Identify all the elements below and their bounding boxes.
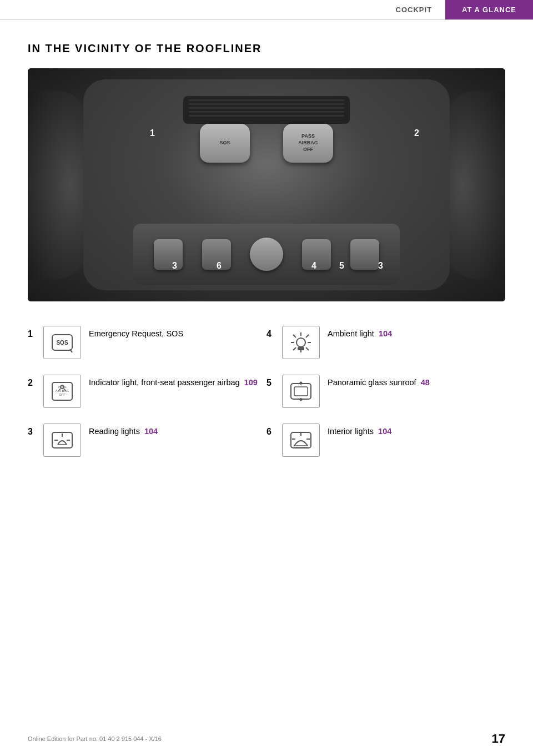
image-label-2: 2 <box>414 128 419 138</box>
image-label-4: 4 <box>311 261 316 271</box>
image-label-6: 6 <box>217 261 222 271</box>
item-3-label: Reading lights 104 <box>89 427 158 436</box>
sos-button-pod: SOS <box>200 124 250 163</box>
image-label-3a: 3 <box>172 261 177 271</box>
cockpit-tab: COCKPIT <box>383 6 446 14</box>
items-grid: 1 SOS Emergency Request, SOS 4 <box>28 318 505 465</box>
roofliner-scene: SOS PASSAIRBAGOFF 1 2 3 6 5 4 3 <box>28 68 505 301</box>
ambient-light-icon <box>282 326 320 359</box>
item-4-label: Ambient light 104 <box>328 329 392 338</box>
page-number: 17 <box>492 732 505 746</box>
main-image: SOS PASSAIRBAGOFF 1 2 3 6 5 4 3 <box>28 68 505 301</box>
at-glance-tab: AT A GLANCE <box>445 0 533 19</box>
interior-lights-icon <box>282 424 320 457</box>
button-area: SOS PASSAIRBAGOFF <box>128 124 405 163</box>
ctrl-btn-3 <box>302 239 331 270</box>
item-2-label: Indicator light, front-seat passenger ai… <box>89 378 258 387</box>
item-1-label: Emergency Request, SOS <box>89 329 183 338</box>
svg-line-8 <box>306 347 309 350</box>
svg-text:SOS: SOS <box>56 340 68 346</box>
airbag-icon: PASS AIR BAG OFF <box>43 375 81 408</box>
ctrl-btn-center <box>250 238 283 271</box>
page-content: IN THE VICINITY OF THE ROOFLINER <box>0 20 533 487</box>
item-5-label: Panoramic glass sunroof 48 <box>328 378 430 387</box>
list-item: 4 Ambient light 104 <box>266 318 505 367</box>
top-vent <box>183 96 350 124</box>
item-number-1: 1 <box>28 329 43 339</box>
vent-lines <box>183 96 350 120</box>
item-number-2: 2 <box>28 378 43 388</box>
list-item: 6 Interior lights 104 <box>266 416 505 465</box>
list-item: 2 PASS AIR BAG OFF Indicator light, fron… <box>28 367 266 416</box>
airbag-button-pod: PASSAIRBAGOFF <box>283 124 333 163</box>
ctrl-btn-4 <box>350 239 379 270</box>
list-item: 1 SOS Emergency Request, SOS <box>28 318 266 367</box>
svg-text:AIR BAG: AIR BAG <box>56 389 69 392</box>
item-number-3: 3 <box>28 427 43 437</box>
item-number-5: 5 <box>266 378 282 388</box>
item-number-4: 4 <box>266 329 282 339</box>
svg-line-7 <box>293 335 296 337</box>
svg-rect-11 <box>298 347 304 350</box>
sos-icon: SOS <box>43 326 81 359</box>
item-number-6: 6 <box>266 427 282 437</box>
side-panel-right <box>444 90 505 279</box>
section-title: IN THE VICINITY OF THE ROOFLINER <box>28 42 505 55</box>
page-footer: Online Edition for Part no. 01 40 2 915 … <box>0 732 533 746</box>
svg-point-2 <box>296 338 305 347</box>
edition-text: Online Edition for Part no. 01 40 2 915 … <box>28 735 162 742</box>
image-label-1: 1 <box>150 128 155 138</box>
svg-rect-20 <box>294 387 308 396</box>
ctrl-btn-1 <box>154 239 183 270</box>
side-panel-left <box>28 90 89 279</box>
svg-line-10 <box>293 347 296 350</box>
image-label-3b: 3 <box>378 261 383 271</box>
svg-text:OFF: OFF <box>59 393 66 396</box>
item-6-label: Interior lights 104 <box>328 427 391 436</box>
page-header: COCKPIT AT A GLANCE <box>0 0 533 20</box>
sunroof-icon <box>282 375 320 408</box>
svg-line-9 <box>306 335 309 337</box>
list-item: 5 Panoramic glass sunroof 48 <box>266 367 505 416</box>
reading-lights-icon <box>43 424 81 457</box>
control-panel <box>133 224 400 285</box>
image-label-5: 5 <box>339 261 344 271</box>
svg-text:PASS: PASS <box>58 385 67 389</box>
list-item: 3 Reading lights 104 <box>28 416 266 465</box>
